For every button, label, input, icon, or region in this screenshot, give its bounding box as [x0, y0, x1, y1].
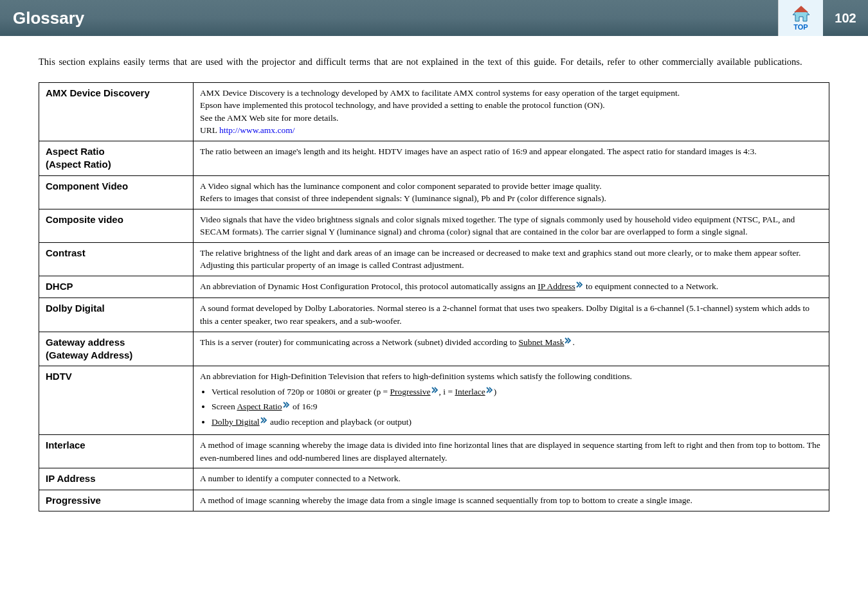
def-amx: AMX Device Discovery is a technology dev… [194, 82, 829, 141]
term-amx: AMX Device Discovery [39, 82, 194, 141]
def-text: Screen [212, 402, 237, 411]
term-dhcp: DHCP [39, 276, 194, 298]
table-row: AMX Device Discovery AMX Device Discover… [39, 82, 829, 141]
def-text: . [572, 337, 574, 347]
table-row: Gateway address (Gateway Address) This i… [39, 332, 829, 366]
def-text: , i = [439, 387, 455, 396]
amx-url-link[interactable]: http://www.amx.com/ [219, 125, 295, 135]
crossref-subnetmask[interactable]: Subnet Mask [519, 337, 565, 347]
table-row: Dolby Digital A sound format developed b… [39, 298, 829, 332]
def-hdtv: An abbreviation for High-Definition Tele… [194, 366, 829, 435]
term-gateway: Gateway address (Gateway Address) [39, 332, 194, 366]
table-row: Component Video A Video signal which has… [39, 175, 829, 209]
top-button[interactable]: TOP [778, 0, 823, 36]
def-component: A Video signal which has the luminance c… [194, 175, 829, 209]
crossref-interlace[interactable]: Interlace [455, 387, 485, 396]
term-interlace: Interlace [39, 435, 194, 468]
top-label: TOP [793, 23, 808, 31]
def-dolby: A sound format developed by Dolby Labora… [194, 298, 829, 332]
def-line: AMX Device Discovery is a technology dev… [200, 87, 822, 100]
def-progressive: A method of image scanning whereby the i… [194, 490, 829, 511]
term-progressive: Progressive [39, 490, 194, 511]
glossary-table: AMX Device Discovery AMX Device Discover… [39, 82, 829, 511]
def-line: Refers to images that consist of three i… [200, 192, 822, 205]
term-contrast: Contrast [39, 242, 194, 276]
table-row: DHCP An abbreviation of Dynamic Host Con… [39, 276, 829, 298]
def-aspect: The ratio between an image's length and … [194, 141, 829, 176]
table-row: Composite video Video signals that have … [39, 209, 829, 242]
term-ip: IP Address [39, 468, 194, 490]
crossref-icon [565, 337, 572, 350]
def-ip: A number to identify a computer connecte… [194, 468, 829, 490]
table-row: Contrast The relative brightness of the … [39, 242, 829, 276]
crossref-icon [283, 402, 291, 414]
crossref-icon [431, 387, 439, 400]
term-composite: Composite video [39, 209, 194, 242]
def-line: See the AMX Web site for more details. [200, 112, 822, 125]
house-up-icon [791, 6, 811, 22]
table-row: Progressive A method of image scanning w… [39, 490, 829, 511]
def-composite: Video signals that have the video bright… [194, 209, 829, 242]
def-line: An abbreviation for High-Definition Tele… [200, 370, 822, 383]
def-gateway: This is a server (router) for communicat… [194, 332, 829, 366]
def-text: Vertical resolution of 720p or 1080i or … [212, 387, 390, 396]
def-line: A Video signal which has the luminance c… [200, 180, 822, 193]
crossref-ipaddress[interactable]: IP Address [538, 281, 575, 291]
url-prefix: URL [200, 125, 219, 135]
crossref-icon [260, 417, 268, 430]
table-row: Interlace A method of image scanning whe… [39, 435, 829, 468]
list-item: Screen Aspect Ratio of 16:9 [212, 400, 822, 414]
hdtv-bullets: Vertical resolution of 720p or 1080i or … [212, 386, 822, 430]
page-number: 102 [823, 0, 868, 36]
def-text: ) [494, 387, 497, 396]
def-interlace: A method of image scanning whereby the i… [194, 435, 829, 468]
def-dhcp: An abbreviation of Dynamic Host Configur… [194, 276, 829, 298]
table-row: Aspect Ratio (Aspect Ratio) The ratio be… [39, 141, 829, 176]
def-text: This is a server (router) for communicat… [200, 337, 519, 347]
def-text: An abbreviation of Dynamic Host Configur… [200, 281, 538, 291]
page-header: Glossary TOP 102 [0, 0, 868, 36]
def-line: Epson have implemented this protocol tec… [200, 99, 822, 112]
def-contrast: The relative brightness of the light and… [194, 242, 829, 276]
def-text: audio reception and playback (or output) [268, 417, 411, 427]
crossref-icon [486, 387, 494, 400]
def-line: URL http://www.amx.com/ [200, 124, 822, 137]
page-title: Glossary [0, 0, 778, 36]
crossref-progressive[interactable]: Progressive [390, 387, 431, 396]
svg-marker-1 [794, 6, 808, 12]
intro-text: This section explains easily terms that … [39, 55, 829, 69]
list-item: Dolby Digital audio reception and playba… [212, 416, 822, 430]
table-row: IP Address A number to identify a comput… [39, 468, 829, 490]
def-text: to equipment connected to a Network. [584, 281, 719, 291]
content-area: This section explains easily terms that … [0, 36, 868, 524]
table-row: HDTV An abbreviation for High-Definition… [39, 366, 829, 435]
term-dolby: Dolby Digital [39, 298, 194, 332]
list-item: Vertical resolution of 720p or 1080i or … [212, 386, 822, 400]
crossref-aspectratio[interactable]: Aspect Ratio [237, 402, 282, 411]
crossref-dolbydigital[interactable]: Dolby Digital [212, 417, 260, 427]
header-right: TOP 102 [778, 0, 868, 36]
term-component: Component Video [39, 175, 194, 209]
crossref-icon [576, 281, 584, 294]
term-aspect: Aspect Ratio (Aspect Ratio) [39, 141, 194, 176]
def-text: of 16:9 [291, 402, 318, 411]
term-hdtv: HDTV [39, 366, 194, 435]
